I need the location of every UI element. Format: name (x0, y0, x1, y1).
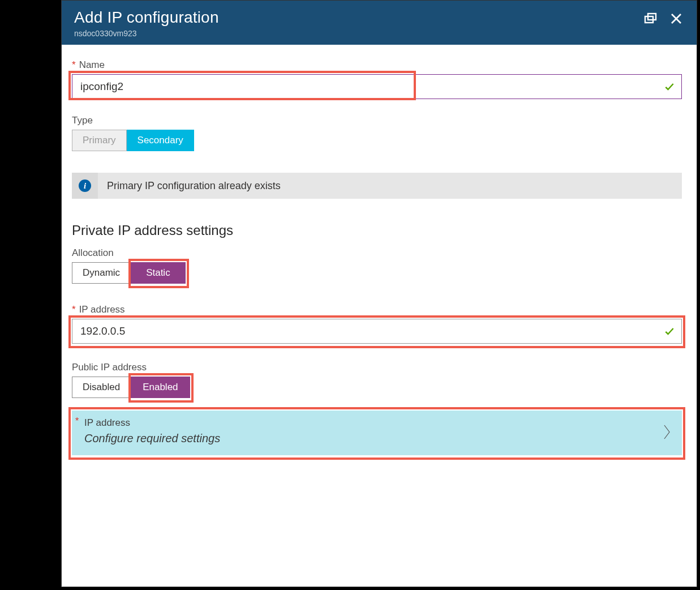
name-label: Name (79, 59, 105, 70)
picker-label: IP address (84, 417, 672, 429)
public-enabled-button[interactable]: Enabled (131, 377, 190, 398)
allocation-static-button[interactable]: Static (131, 262, 186, 284)
public-ip-field: Public IP address Disabled Enabled (72, 362, 682, 398)
restore-icon[interactable] (642, 11, 658, 27)
public-label: Public IP address (72, 362, 682, 373)
allocation-toggle: Dynamic Static (72, 262, 682, 284)
info-text: Primary IP configuration already exists (107, 180, 281, 192)
chevron-right-icon (663, 423, 672, 443)
info-banner: i Primary IP configuration already exist… (72, 173, 682, 199)
ip-label: IP address (79, 304, 125, 315)
private-section-title: Private IP address settings (72, 223, 682, 238)
type-secondary-button[interactable]: Secondary (127, 130, 194, 151)
public-toggle: Disabled Enabled (72, 377, 682, 398)
ip-input[interactable] (72, 319, 682, 344)
type-primary-button: Primary (72, 130, 127, 151)
ip-address-field: *IP address (72, 304, 682, 344)
config-panel: Add IP configuration nsdoc0330vm923 *Nam… (61, 0, 697, 587)
type-field: Type Primary Secondary (72, 115, 682, 151)
required-marker: * (72, 59, 76, 70)
type-toggle: Primary Secondary (72, 130, 682, 151)
name-field: *Name (72, 59, 682, 99)
allocation-label: Allocation (72, 247, 682, 259)
public-disabled-button[interactable]: Disabled (72, 377, 131, 398)
required-marker: * (75, 416, 79, 426)
allocation-dynamic-button[interactable]: Dynamic (72, 262, 131, 284)
ip-address-picker[interactable]: * IP address Configure required settings (72, 411, 682, 455)
required-marker: * (72, 304, 76, 315)
picker-placeholder: Configure required settings (84, 432, 672, 445)
close-icon[interactable] (668, 11, 684, 27)
allocation-field: Allocation Dynamic Static (72, 247, 682, 284)
panel-title: Add IP configuration (74, 8, 642, 27)
type-label: Type (72, 115, 93, 126)
info-icon: i (79, 179, 91, 192)
panel-subtitle: nsdoc0330vm923 (74, 29, 642, 38)
name-input[interactable] (72, 74, 682, 99)
panel-header: Add IP configuration nsdoc0330vm923 (62, 1, 697, 45)
valid-check-icon (664, 81, 675, 92)
valid-check-icon (664, 326, 675, 337)
